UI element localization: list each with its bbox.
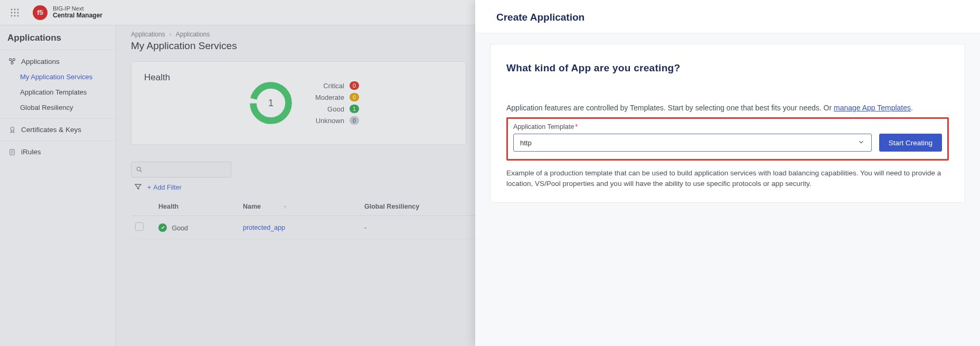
filter-icon[interactable] <box>134 183 142 192</box>
sidebar-heading: Applications <box>0 33 116 50</box>
add-filter-label: Add Filter <box>153 184 182 191</box>
app-switcher-icon[interactable] <box>6 4 23 21</box>
health-donut: 1 <box>248 80 294 126</box>
breadcrumb-item[interactable]: Applications <box>176 31 210 38</box>
sidebar-certs-label: Certificates & Keys <box>21 126 81 134</box>
create-application-panel: Create Application What kind of App are … <box>475 0 980 346</box>
legend-good-label: Good <box>327 105 344 113</box>
sidebar-sub-label: Global Resiliency <box>20 104 73 111</box>
svg-point-1 <box>14 8 16 10</box>
template-help-text: Example of a production template that ca… <box>506 168 949 189</box>
sidebar-sub-label: My Application Services <box>20 73 92 81</box>
sidebar-item-my-app-services[interactable]: My Application Services <box>0 69 116 85</box>
legend-moderate-badge: 0 <box>350 93 359 101</box>
svg-point-16 <box>137 167 140 171</box>
legend-moderate-label: Moderate <box>315 93 344 101</box>
template-label-text: Application Template <box>513 123 574 130</box>
sidebar-apps-label: Applications <box>21 58 60 66</box>
certificate-icon <box>7 126 17 134</box>
chevron-down-icon <box>858 138 865 147</box>
svg-point-12 <box>11 127 14 130</box>
legend-unknown-label: Unknown <box>316 117 344 125</box>
svg-point-3 <box>11 12 13 13</box>
svg-point-0 <box>11 8 13 10</box>
sidebar-item-applications[interactable]: Applications <box>0 53 116 69</box>
start-creating-button[interactable]: Start Creating <box>879 134 942 152</box>
required-asterisk: * <box>575 123 578 130</box>
svg-point-7 <box>14 15 16 16</box>
manage-templates-link[interactable]: manage App Templates <box>834 104 911 112</box>
brand-text: BIG-IP Next Central Manager <box>53 5 102 19</box>
document-icon <box>7 148 17 156</box>
svg-point-8 <box>17 15 19 16</box>
panel-desc-pre: Application features are controlled by T… <box>506 104 834 112</box>
chevron-right-icon: › <box>169 31 172 38</box>
template-highlight-box: Application Template* http Start Creatin… <box>506 117 949 161</box>
breadcrumb-item[interactable]: Applications <box>131 31 165 38</box>
panel-desc-post: . <box>911 104 913 112</box>
legend-unknown-badge: 0 <box>350 116 359 125</box>
col-name[interactable]: Name ↑ <box>239 198 360 216</box>
sidebar-item-global-resiliency[interactable]: Global Resiliency <box>0 100 116 115</box>
panel-description: Application features are controlled by T… <box>506 102 949 113</box>
search-icon <box>136 166 143 173</box>
template-select-value: http <box>520 139 532 147</box>
health-total: 1 <box>248 80 294 126</box>
template-field-label: Application Template* <box>513 123 942 130</box>
sidebar: Applications Applications My Application… <box>0 25 116 346</box>
svg-point-11 <box>11 62 13 64</box>
svg-point-4 <box>14 12 16 13</box>
row-health: Good <box>172 224 188 231</box>
svg-point-2 <box>17 8 19 10</box>
panel-question: What kind of App are you creating? <box>506 62 949 74</box>
template-select[interactable]: http <box>513 134 872 152</box>
row-checkbox[interactable] <box>135 222 144 231</box>
sidebar-item-irules[interactable]: iRules <box>0 144 116 160</box>
brand-line2: Central Manager <box>53 12 102 20</box>
legend-critical-badge: 0 <box>350 81 359 90</box>
status-good-icon <box>158 223 167 232</box>
health-heading: Health <box>144 72 239 83</box>
brand-logo: f5 <box>33 5 48 20</box>
svg-point-5 <box>17 12 19 13</box>
sidebar-item-certificates[interactable]: Certificates & Keys <box>0 122 116 137</box>
col-health[interactable]: Health <box>154 198 239 216</box>
sort-asc-icon: ↑ <box>284 204 287 210</box>
sidebar-sub-label: Application Templates <box>20 88 87 96</box>
add-filter-button[interactable]: +Add Filter <box>147 184 182 191</box>
search-input[interactable] <box>131 162 231 177</box>
apps-icon <box>7 57 17 66</box>
sidebar-item-app-templates[interactable]: Application Templates <box>0 85 116 100</box>
health-legend: Critical 0 Moderate 0 Good 1 Unknown <box>315 80 359 126</box>
panel-title: Create Application <box>496 12 959 23</box>
sidebar-irules-label: iRules <box>21 148 41 156</box>
row-name-link[interactable]: protected_app <box>243 224 285 231</box>
health-card: Health 1 Critical 0 <box>131 61 466 145</box>
svg-point-6 <box>11 15 13 16</box>
legend-good-badge: 1 <box>350 105 359 113</box>
plus-icon: + <box>147 184 151 191</box>
legend-critical-label: Critical <box>323 82 344 90</box>
col-name-label: Name <box>243 203 261 210</box>
